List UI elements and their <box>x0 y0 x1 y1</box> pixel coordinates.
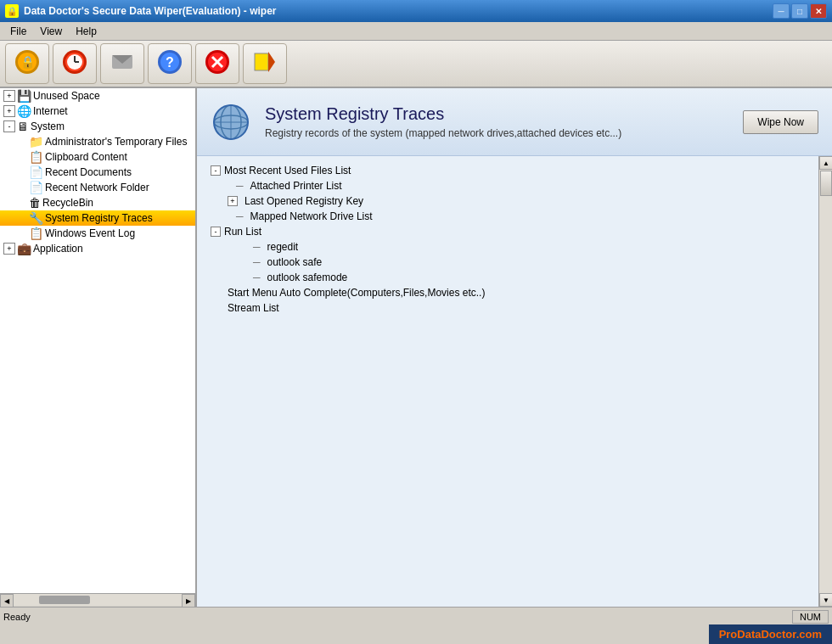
menu-file[interactable]: File <box>3 24 33 39</box>
expand-run-icon[interactable]: - <box>211 227 221 237</box>
content-title: System Registry Traces <box>265 104 729 124</box>
toolbar-letter-button[interactable] <box>100 43 144 84</box>
recent-docs-icon: 📄 <box>29 165 43 179</box>
sidebar-item-clipboard[interactable]: 📋 Clipboard Content <box>0 149 195 165</box>
internet-icon: 🌐 <box>17 104 31 118</box>
sidebar-label-application: Application <box>33 243 83 255</box>
sidebar-item-unused-space[interactable]: + 💾 Unused Space <box>0 88 195 104</box>
sidebar-item-application[interactable]: + 💼 Application <box>0 241 195 256</box>
recent-network-icon: 📄 <box>29 181 43 194</box>
content-tree-item-outlook-safemode[interactable]: ─ outlook safemode <box>211 270 805 285</box>
scroll-left-button[interactable]: ◀ <box>0 594 14 608</box>
clipboard-icon: 📋 <box>29 150 43 164</box>
window-title: Data Doctor's Secure Data Wiper(Evaluati… <box>24 5 276 17</box>
sidebar-scrollbar: ◀ ▶ <box>0 593 195 607</box>
expand-mru-icon[interactable]: - <box>211 165 221 176</box>
sidebar-item-recent-docs[interactable]: 📄 Recent Documents <box>0 165 195 180</box>
sidebar-label-recent-network: Recent Network Folder <box>45 182 149 193</box>
watermark-text: ProDataDoctor.com <box>719 628 822 641</box>
content-tree-item-stream[interactable]: Stream List <box>211 300 805 316</box>
menu-bar: File View Help <box>0 22 832 41</box>
sidebar-label-recyclebin: RecycleBin <box>42 197 93 209</box>
home-icon: 🔒 <box>14 48 41 79</box>
status-right-panels: NUM <box>792 610 829 624</box>
sidebar-item-system-registry[interactable]: 🔧 System Registry Traces <box>0 210 195 226</box>
outlook-safemode-label: outlook safemode <box>267 272 348 283</box>
outlook-safe-label: outlook safe <box>267 256 323 268</box>
sidebar-label-windows-event: Windows Event Log <box>45 227 135 239</box>
sidebar-label-system: System <box>31 120 65 132</box>
vscroll-up-button[interactable]: ▲ <box>819 156 832 170</box>
close-button[interactable]: ✕ <box>810 3 827 19</box>
run-label: Run List <box>224 226 261 238</box>
content-area: System Registry Traces Registry records … <box>197 88 832 607</box>
content-tree-item-mru[interactable]: - Most Recent Used Files List <box>211 163 805 178</box>
expand-system-icon[interactable]: - <box>3 120 15 132</box>
svg-marker-19 <box>268 52 275 72</box>
content-body: - Most Recent Used Files List ─ Attached… <box>197 156 818 607</box>
wipe-now-button[interactable]: Wipe Now <box>743 110 818 134</box>
menu-view[interactable]: View <box>33 24 69 39</box>
content-tree-item-run[interactable]: - Run List <box>211 224 805 239</box>
system-registry-icon: 🔧 <box>29 211 43 225</box>
title-controls: ─ □ ✕ <box>773 3 827 19</box>
maximize-button[interactable]: □ <box>791 3 808 19</box>
vscroll-down-button[interactable]: ▼ <box>819 593 832 607</box>
help-icon: ? <box>156 48 183 79</box>
toolbar-help-button[interactable]: ? <box>148 43 192 84</box>
app-icon: 🔒 <box>5 4 19 18</box>
title-bar: 🔒 Data Doctor's Secure Data Wiper(Evalua… <box>0 0 832 22</box>
last-registry-label: Last Opened Registry Key <box>245 195 363 207</box>
expand-unused-icon[interactable]: + <box>3 90 15 102</box>
content-tree-item-network-drive[interactable]: ─ Mapped Network Drive List <box>211 209 805 224</box>
svg-rect-18 <box>255 53 268 70</box>
sidebar-item-recyclebin[interactable]: 🗑 RecycleBin <box>0 195 195 210</box>
application-icon: 💼 <box>17 242 31 255</box>
content-tree-item-regedit[interactable]: ─ regedit <box>211 239 805 255</box>
clock-icon <box>61 48 88 79</box>
expand-last-registry-icon[interactable]: + <box>228 196 238 206</box>
content-vscrollbar: ▲ ▼ <box>818 156 832 607</box>
admin-temp-icon: 📁 <box>29 135 43 148</box>
toolbar-exit-button[interactable] <box>243 43 287 84</box>
vscroll-thumb[interactable] <box>820 171 832 196</box>
content-tree-item-last-registry[interactable]: + Last Opened Registry Key <box>211 193 805 209</box>
system-icon: 🖥 <box>17 120 29 133</box>
watermark: ProDataDoctor.com <box>709 624 832 644</box>
toolbar-home-button[interactable]: 🔒 <box>5 43 49 84</box>
sidebar-item-recent-network[interactable]: 📄 Recent Network Folder <box>0 180 195 195</box>
letter-icon <box>109 48 136 79</box>
scroll-right-button[interactable]: ▶ <box>182 594 195 608</box>
printer-label: Attached Printer List <box>250 180 342 192</box>
svg-text:🔒: 🔒 <box>20 55 36 70</box>
sidebar-item-admin-temp[interactable]: 📁 Administrator's Temporary Files <box>0 134 195 149</box>
sidebar-label-clipboard: Clipboard Content <box>45 151 127 163</box>
sidebar-item-internet[interactable]: + 🌐 Internet <box>0 104 195 119</box>
scroll-thumb[interactable] <box>39 596 90 604</box>
toolbar-clock-button[interactable] <box>53 43 97 84</box>
content-subtitle: Registry records of the system (mapped n… <box>265 127 729 139</box>
menu-help[interactable]: Help <box>69 24 104 39</box>
vscroll-track <box>819 170 832 593</box>
expand-internet-icon[interactable]: + <box>3 105 15 117</box>
start-menu-label: Start Menu Auto Complete(Computers,Files… <box>228 287 485 299</box>
content-tree-item-start-menu[interactable]: Start Menu Auto Complete(Computers,Files… <box>211 285 805 300</box>
sidebar-label-recent-docs: Recent Documents <box>45 166 132 178</box>
sidebar-item-system[interactable]: - 🖥 System <box>0 119 195 134</box>
minimize-button[interactable]: ─ <box>773 3 790 19</box>
sidebar-label-internet: Internet <box>33 105 68 117</box>
status-bar: Ready NUM <box>0 607 832 625</box>
content-tree-item-outlook-safe[interactable]: ─ outlook safe <box>211 255 805 270</box>
expand-application-icon[interactable]: + <box>3 243 15 255</box>
sidebar: + 💾 Unused Space + 🌐 Internet - 🖥 System… <box>0 88 197 593</box>
stop-icon <box>204 48 231 79</box>
sidebar-item-windows-event[interactable]: 📋 Windows Event Log <box>0 226 195 241</box>
scroll-track <box>14 594 182 606</box>
content-tree-item-printer[interactable]: ─ Attached Printer List <box>211 178 805 193</box>
exit-icon <box>251 48 278 79</box>
content-title-area: System Registry Traces Registry records … <box>265 104 729 139</box>
status-text: Ready <box>3 612 31 622</box>
mru-label: Most Recent Used Files List <box>224 165 351 176</box>
toolbar-stop-button[interactable] <box>195 43 239 84</box>
sidebar-label-admin-temp: Administrator's Temporary Files <box>45 136 187 148</box>
